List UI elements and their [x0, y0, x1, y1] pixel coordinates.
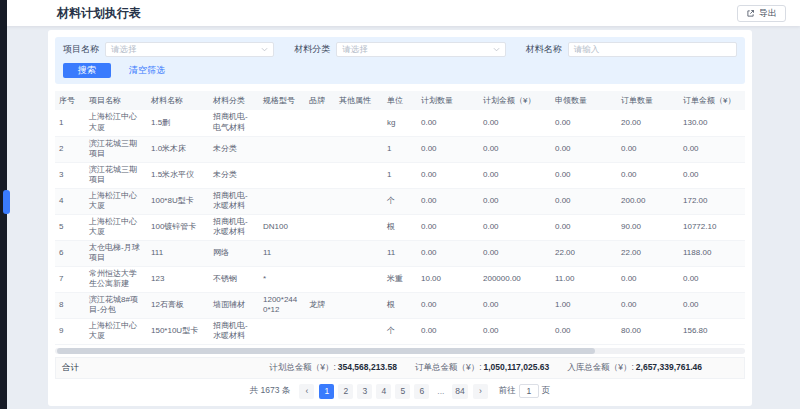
table-cell: 90.00 — [617, 214, 679, 240]
table-cell: 常州恒达大学生公寓新建 — [85, 266, 147, 292]
table-cell — [305, 110, 335, 136]
filter-panel: 项目名称 请选择 材料分类 请选择 材料名称 — [55, 37, 745, 84]
table-cell: 3 — [55, 162, 85, 188]
table-cell: 11.00 — [551, 266, 617, 292]
table-cell: 0.00 — [479, 188, 551, 214]
table-row: 7常州恒达大学生公寓新建123不锈钢*米重10.00200000.0011.00… — [55, 266, 745, 292]
goto-page-input[interactable] — [519, 384, 539, 398]
table-cell: 0.00 — [417, 214, 479, 240]
pagination: 共 1673 条 ‹ 123456...84 › 前往 页 — [55, 384, 745, 399]
table-cell: 111 — [147, 240, 209, 266]
horizontal-scrollbar[interactable] — [55, 348, 745, 354]
prev-page-button[interactable]: ‹ — [299, 384, 314, 399]
column-header: 订单金额（¥） — [679, 91, 745, 110]
filter-actions: 搜索 清空筛选 — [63, 63, 737, 78]
table-cell: 0.00 — [679, 162, 745, 188]
table-cell: 0.00 — [479, 110, 551, 136]
table-cell: 0.00 — [617, 266, 679, 292]
table-cell: 0.00 — [417, 136, 479, 162]
table-cell: 0.00 — [479, 214, 551, 240]
goto-suffix-label: 页 — [542, 385, 551, 397]
table-cell: 根 — [383, 214, 417, 240]
pager-ellipsis[interactable]: ... — [433, 384, 448, 399]
column-header: 其他属性 — [335, 91, 383, 110]
page-button[interactable]: 5 — [395, 384, 410, 399]
table-cell: 未分类 — [209, 162, 259, 188]
page-button[interactable]: 6 — [414, 384, 429, 399]
column-header: 材料名称 — [147, 91, 209, 110]
table-cell — [335, 292, 383, 318]
summary-item-label: 计划总金额（¥）: — [269, 362, 336, 372]
table-cell: 1 — [55, 110, 85, 136]
table-cell: 0.00 — [417, 162, 479, 188]
table-cell — [259, 162, 305, 188]
material-category-label: 材料分类 — [294, 43, 330, 56]
column-header: 计划数量 — [417, 91, 479, 110]
table-cell: 200000.00 — [479, 266, 551, 292]
table-cell: 130.00 — [679, 110, 745, 136]
page-button[interactable]: 1 — [319, 384, 334, 399]
search-button[interactable]: 搜索 — [63, 63, 111, 78]
page-button[interactable]: 84 — [452, 384, 467, 399]
table-cell: 上海松江中心大厦 — [85, 318, 147, 344]
scrollbar-thumb[interactable] — [57, 348, 595, 354]
table-row: 9上海松江中心大厦150*10U型卡招商机电-水暖材料个0.000.000.00… — [55, 318, 745, 344]
table-cell: 招商机电-水暖材料 — [209, 188, 259, 214]
table-cell: 150*10U型卡 — [147, 318, 209, 344]
material-name-input[interactable]: 请输入 — [568, 42, 737, 57]
project-name-select[interactable]: 请选择 — [105, 42, 274, 57]
summary-item: 订单总金额（¥）:1,050,117,025.63 — [415, 362, 549, 374]
next-page-button[interactable]: › — [473, 384, 488, 399]
table-cell: 太仓电梯-月球项目 — [85, 240, 147, 266]
summary-item: 入库总金额（¥）:2,657,339,761.46 — [567, 362, 702, 374]
material-category-select[interactable]: 请选择 — [336, 42, 505, 57]
table-cell: 0.00 — [551, 136, 617, 162]
table-row: 8滨江花城8#项目-分包12石膏板墙面辅材1200*2440*12龙牌根0.00… — [55, 292, 745, 318]
table-cell: 0.00 — [479, 292, 551, 318]
table-cell: 龙牌 — [305, 292, 335, 318]
table-cell: 11 — [383, 240, 417, 266]
goto-prefix-label: 前往 — [499, 385, 516, 397]
sidebar-expand-handle[interactable] — [3, 190, 10, 214]
summary-item-value: 1,050,117,025.63 — [484, 362, 550, 372]
pager-pages: 123456...84 — [319, 384, 467, 399]
page-button[interactable]: 3 — [357, 384, 372, 399]
table-cell — [335, 240, 383, 266]
page-button[interactable]: 2 — [338, 384, 353, 399]
table-cell: 0.00 — [417, 240, 479, 266]
goto-page: 前往 页 — [499, 384, 551, 398]
page-button[interactable]: 4 — [376, 384, 391, 399]
chevron-down-icon — [493, 47, 500, 52]
table-cell: 0.00 — [551, 214, 617, 240]
table-cell — [335, 318, 383, 344]
table-cell: 上海松江中心大厦 — [85, 110, 147, 136]
table-cell: 0.00 — [551, 318, 617, 344]
clear-filter-button[interactable]: 清空筛选 — [129, 64, 165, 77]
table-cell: 7 — [55, 266, 85, 292]
table-row: 4上海松江中心大厦100*8U型卡招商机电-水暖材料个0.000.000.002… — [55, 188, 745, 214]
column-header: 单位 — [383, 91, 417, 110]
table-cell: kg — [383, 110, 417, 136]
table-cell: 滨江花城8#项目-分包 — [85, 292, 147, 318]
table-cell: 0.00 — [479, 318, 551, 344]
table-cell: 2 — [55, 136, 85, 162]
table-cell: 1 — [383, 162, 417, 188]
table-cell — [335, 162, 383, 188]
table-cell: 156.80 — [679, 318, 745, 344]
column-header: 材料分类 — [209, 91, 259, 110]
total-count: 共 1673 条 — [250, 385, 291, 397]
table-cell: 上海松江中心大厦 — [85, 188, 147, 214]
table-cell: DN100 — [259, 214, 305, 240]
table-cell: 个 — [383, 318, 417, 344]
export-button[interactable]: 导出 — [737, 5, 786, 22]
column-header: 品牌 — [305, 91, 335, 110]
table-cell: 5 — [55, 214, 85, 240]
table-row: 2滨江花城三期项目1.0米木床未分类10.000.000.000.000.00 — [55, 136, 745, 162]
material-category-placeholder: 请选择 — [342, 44, 368, 56]
table-cell — [259, 318, 305, 344]
table-cell: 招商机电-水暖材料 — [209, 318, 259, 344]
filter-group-project: 项目名称 请选择 — [63, 42, 274, 57]
table-cell: 1 — [383, 136, 417, 162]
summary-row: 合计 计划总金额（¥）:354,568,213.58订单总金额（¥）:1,050… — [55, 357, 745, 379]
table-cell: 1.0米木床 — [147, 136, 209, 162]
